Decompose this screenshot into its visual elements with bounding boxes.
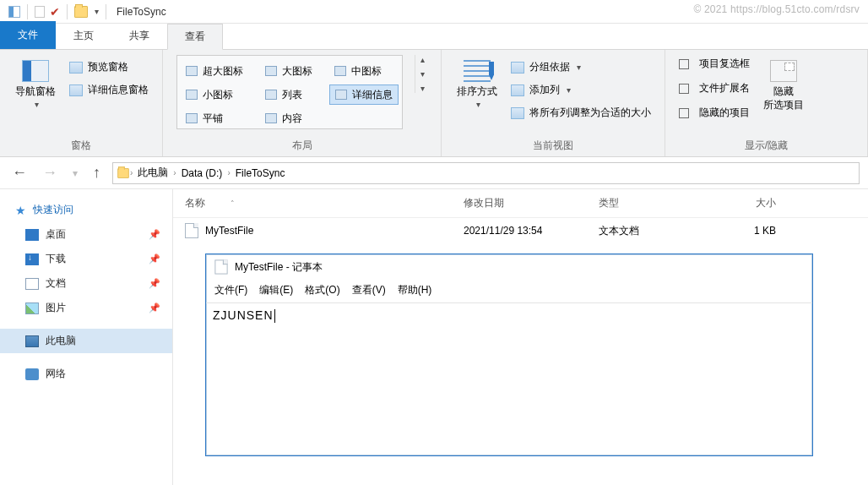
sidebar-thispc[interactable]: 此电脑 (0, 329, 172, 353)
layout-details[interactable]: 详细信息 (329, 84, 399, 105)
folder-icon (74, 6, 88, 18)
layout-list[interactable]: 列表 (260, 84, 317, 105)
nav-pane-button[interactable]: 导航窗格 ▾ (14, 55, 57, 110)
layout-content[interactable]: 内容 (260, 108, 317, 128)
checkbox-item-checkboxes[interactable]: 项目复选框 (679, 57, 750, 71)
nav-pane-icon (22, 60, 49, 82)
tab-view[interactable]: 查看 (167, 24, 223, 50)
nav-row: ← → ▾ ↑ › 此电脑 › Data (D:) › FileToSync (0, 157, 868, 189)
group-current-view: 排序方式 ▾ 分组依据▾ 添加列▾ 将所有列调整为合适的大小 当前视图 (442, 50, 665, 156)
details-pane-button[interactable]: 详细信息窗格 (69, 83, 149, 97)
watermark-text: © 2021 https://blog.51cto.com/rdsrv (693, 3, 860, 15)
col-name[interactable]: 名称˄ (185, 196, 464, 210)
file-size: 1 KB (700, 225, 776, 237)
chevron-down-icon: ▾ (476, 99, 480, 110)
forward-button[interactable]: → (39, 164, 61, 182)
checkbox-file-extensions[interactable]: 文件扩展名 (679, 81, 750, 95)
layout-extra-large[interactable]: 超大图标 (181, 61, 248, 81)
preview-pane-button[interactable]: 预览窗格 (69, 60, 149, 74)
hide-selected-button[interactable]: 隐藏 所选项目 (762, 55, 806, 112)
tab-home[interactable]: 主页 (56, 23, 111, 49)
col-size[interactable]: 大小 (700, 196, 776, 210)
group-by-icon (511, 62, 524, 74)
notepad-menu: 文件(F) 编辑(E) 格式(O) 查看(V) 帮助(H) (206, 280, 812, 303)
tab-file[interactable]: 文件 (0, 21, 56, 49)
autosize-icon (511, 107, 524, 119)
group-show-hide-label: 显示/隐藏 (679, 135, 854, 155)
content-area: ★ 快速访问 桌面📌 下载📌 文档📌 图片📌 此电脑 网络 (0, 189, 868, 485)
network-icon (25, 368, 39, 380)
pin-icon: 📌 (149, 229, 160, 240)
crumb-thispc[interactable]: 此电脑 (133, 166, 173, 180)
notepad-menu-edit[interactable]: 编辑(E) (259, 283, 293, 297)
text-cursor (274, 309, 275, 323)
file-type: 文本文档 (599, 224, 700, 238)
layout-scroll[interactable]: ▴▾▾ (415, 55, 427, 93)
props-icon[interactable] (8, 6, 20, 18)
up-button[interactable]: ↑ (90, 164, 104, 182)
notepad-window: MyTestFile - 记事本 文件(F) 编辑(E) 格式(O) 查看(V)… (205, 253, 813, 456)
sort-button[interactable]: 排序方式 ▾ (455, 55, 499, 110)
pin-icon: 📌 (149, 253, 160, 264)
layout-medium[interactable]: 中图标 (329, 61, 399, 81)
notepad-menu-view[interactable]: 查看(V) (352, 283, 386, 297)
folder-icon (117, 168, 129, 178)
new-doc-icon[interactable] (35, 6, 45, 18)
crumb-drive[interactable]: Data (D:) (176, 167, 228, 179)
layout-small[interactable]: 小图标 (181, 84, 248, 105)
checkbox-hidden-items[interactable]: 隐藏的项目 (679, 106, 750, 120)
add-columns-button[interactable]: 添加列▾ (511, 83, 651, 97)
sidebar-pictures[interactable]: 图片📌 (0, 296, 172, 320)
sidebar-quick-access[interactable]: ★ 快速访问 (0, 198, 172, 222)
notepad-title-text: MyTestFile - 记事本 (235, 260, 323, 275)
recent-locations-button[interactable]: ▾ (69, 167, 81, 179)
notepad-menu-file[interactable]: 文件(F) (214, 283, 247, 297)
details-pane-label: 详细信息窗格 (88, 83, 149, 97)
group-by-button[interactable]: 分组依据▾ (511, 60, 651, 74)
tab-share[interactable]: 共享 (111, 23, 167, 49)
sidebar-documents[interactable]: 文档📌 (0, 271, 172, 296)
preview-pane-label: 预览窗格 (88, 60, 128, 74)
column-headers: 名称˄ 修改日期 类型 大小 (173, 189, 868, 218)
downloads-icon (25, 253, 39, 265)
nav-pane-label: 导航窗格 (15, 85, 56, 99)
file-date: 2021/11/29 13:54 (464, 225, 599, 237)
chevron-down-icon: ▾ (35, 99, 39, 110)
qat-dropdown-icon[interactable]: ▾ (95, 7, 99, 16)
group-panes: 导航窗格 ▾ 预览窗格 详细信息窗格 窗格 (0, 50, 163, 156)
quick-access-toolbar: ✔ ▾ (3, 4, 104, 19)
col-type[interactable]: 类型 (599, 196, 700, 210)
group-layout: 超大图标 大图标 中图标 小图标 列表 详细信息 平铺 内容 ▴▾▾ 布局 (163, 50, 442, 156)
group-layout-label: 布局 (176, 135, 427, 155)
hide-icon (770, 60, 797, 82)
layout-large[interactable]: 大图标 (260, 61, 317, 81)
notepad-icon (214, 259, 227, 274)
back-button[interactable]: ← (8, 164, 30, 182)
hide-sub-label: 所选项目 (763, 99, 804, 112)
ribbon-tabs: 文件 主页 共享 查看 (0, 24, 868, 49)
add-columns-icon (511, 84, 524, 96)
crumb-folder[interactable]: FileToSync (231, 167, 290, 179)
notepad-menu-format[interactable]: 格式(O) (305, 283, 339, 297)
notepad-menu-help[interactable]: 帮助(H) (398, 283, 432, 297)
file-row[interactable]: MyTestFile 2021/11/29 13:54 文本文档 1 KB (173, 218, 868, 243)
file-name: MyTestFile (205, 225, 253, 237)
notepad-titlebar[interactable]: MyTestFile - 记事本 (206, 254, 812, 280)
sidebar-downloads[interactable]: 下载📌 (0, 247, 172, 271)
check-icon[interactable]: ✔ (50, 5, 60, 19)
sort-indicator-icon: ˄ (231, 199, 235, 208)
address-bar[interactable]: › 此电脑 › Data (D:) › FileToSync (112, 162, 860, 184)
layout-tiles[interactable]: 平铺 (181, 108, 248, 128)
ribbon: 导航窗格 ▾ 预览窗格 详细信息窗格 窗格 超大图标 大图标 中图标 (0, 49, 868, 157)
col-date[interactable]: 修改日期 (464, 196, 599, 210)
preview-pane-icon (69, 62, 83, 74)
sidebar-network[interactable]: 网络 (0, 362, 172, 386)
group-show-hide: 项目复选框 文件扩展名 隐藏的项目 隐藏 所选项目 显示/隐藏 (665, 50, 868, 156)
star-icon: ★ (15, 204, 26, 217)
sidebar-desktop[interactable]: 桌面📌 (0, 222, 172, 247)
notepad-text-area[interactable]: ZJUNSEN (206, 303, 812, 328)
group-current-view-label: 当前视图 (455, 135, 651, 155)
pictures-icon (25, 302, 39, 314)
notepad-content: ZJUNSEN (213, 308, 274, 322)
autosize-columns-button[interactable]: 将所有列调整为合适的大小 (511, 106, 651, 120)
